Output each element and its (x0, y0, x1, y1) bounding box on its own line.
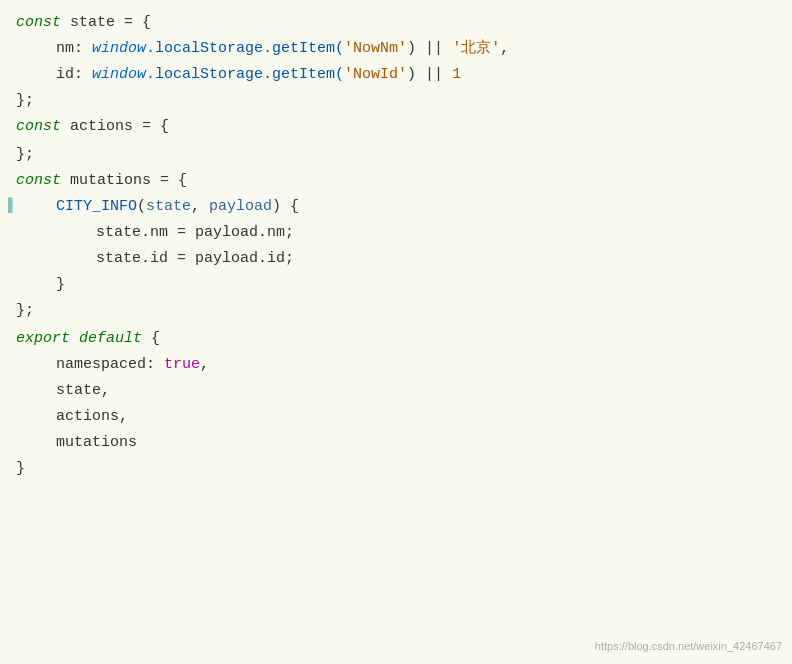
code-editor: const state = {nm: window.localStorage.g… (0, 0, 792, 664)
token: .localStorage.getItem( (146, 63, 344, 87)
code-line: const actions = { (0, 114, 792, 140)
token: , (119, 405, 128, 429)
token: 'NowId' (344, 63, 407, 87)
code-line: nm: window.localStorage.getItem('NowNm')… (0, 36, 792, 62)
code-line: const mutations = { (0, 168, 792, 194)
token: payload (195, 221, 258, 245)
token: : (146, 353, 164, 377)
code-line: }; (0, 88, 792, 114)
code-line: state, (0, 378, 792, 404)
token: .id; (258, 247, 294, 271)
code-line: } (0, 456, 792, 482)
token: nm (56, 37, 74, 61)
line-marker: ▌ (8, 195, 16, 219)
token: const (16, 11, 61, 35)
token: default (79, 327, 142, 351)
token: const (16, 169, 61, 193)
token: CITY_INFO (56, 195, 137, 219)
code-line: }; (0, 298, 792, 324)
code-line: }; (0, 142, 792, 168)
code-line: state.id = payload.id; (0, 246, 792, 272)
token: .id = (141, 247, 195, 271)
token: { (142, 327, 160, 351)
code-line: state.nm = payload.nm; (0, 220, 792, 246)
token: window (92, 63, 146, 87)
code-line: namespaced: true, (0, 352, 792, 378)
code-line: actions, (0, 404, 792, 430)
token: }; (16, 143, 34, 167)
token (70, 327, 79, 351)
code-line: export default { (0, 326, 792, 352)
token: .nm = (141, 221, 195, 245)
token: ) || (407, 37, 452, 61)
token: : (74, 63, 92, 87)
code-line: } (0, 272, 792, 298)
token: id (56, 63, 74, 87)
token: 'NowNm' (344, 37, 407, 61)
token: state (96, 221, 141, 245)
token: ) || (407, 63, 452, 87)
token: true (164, 353, 200, 377)
token: state = { (61, 11, 151, 35)
token: ( (137, 195, 146, 219)
token: '北京' (452, 37, 500, 61)
token: } (16, 457, 25, 481)
token: ) { (272, 195, 299, 219)
token: .localStorage.getItem( (146, 37, 344, 61)
token: } (56, 273, 65, 297)
code-line: mutations (0, 430, 792, 456)
token: , (191, 195, 209, 219)
token: namespaced (56, 353, 146, 377)
watermark: https://blog.csdn.net/weixin_42467467 (595, 638, 782, 656)
code-line: const state = { (0, 10, 792, 36)
token: mutations = { (61, 169, 187, 193)
token: , (200, 353, 209, 377)
token: , (500, 37, 509, 61)
token: actions (56, 405, 119, 429)
token: state (146, 195, 191, 219)
token: const (16, 115, 61, 139)
token: state (56, 379, 101, 403)
token: mutations (56, 431, 137, 455)
token: state (96, 247, 141, 271)
token: }; (16, 89, 34, 113)
code-line: id: window.localStorage.getItem('NowId')… (0, 62, 792, 88)
token: export (16, 327, 70, 351)
token: actions = { (61, 115, 169, 139)
token: window (92, 37, 146, 61)
token: , (101, 379, 110, 403)
token: .nm; (258, 221, 294, 245)
token: }; (16, 299, 34, 323)
code-line: ▌CITY_INFO(state, payload) { (0, 194, 792, 220)
token: payload (195, 247, 258, 271)
token: 1 (452, 63, 461, 87)
token: payload (209, 195, 272, 219)
token: : (74, 37, 92, 61)
